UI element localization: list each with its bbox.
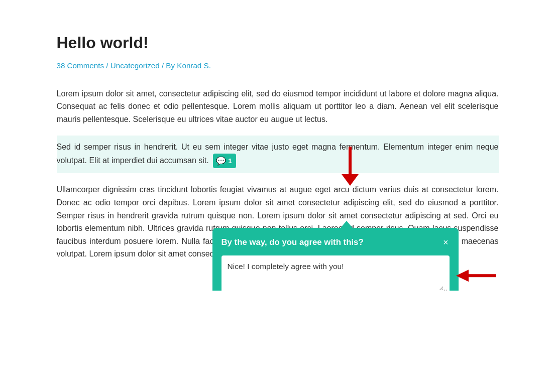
comment-textarea[interactable] bbox=[228, 260, 443, 291]
popup-box: By the way, do you agree with this? × ⠿ bbox=[212, 228, 459, 291]
paragraph-1: Lorem ipsum dolor sit amet, consectetur … bbox=[57, 87, 499, 126]
popup-triangle bbox=[341, 221, 353, 228]
paragraph-2-text: Sed id semper risus in hendrerit. Ut eu … bbox=[57, 143, 499, 165]
comments-link[interactable]: 38 Comments bbox=[57, 61, 104, 70]
popup-close-button[interactable]: × bbox=[442, 238, 449, 247]
meta-sep1: / bbox=[106, 61, 110, 70]
popup-title: By the way, do you agree with this? bbox=[221, 236, 364, 249]
by-label: By bbox=[166, 61, 177, 70]
comment-popup: By the way, do you agree with this? × ⠿ bbox=[212, 221, 459, 291]
popup-textarea-wrapper: ⠿ bbox=[221, 255, 450, 291]
red-right-arrow bbox=[454, 270, 504, 286]
svg-rect-2 bbox=[469, 274, 496, 277]
page-wrapper: Hello world! 38 Comments / Uncategorized… bbox=[27, 0, 529, 291]
popup-header: By the way, do you agree with this? × bbox=[221, 236, 450, 249]
comment-count-badge[interactable]: 💬 1 bbox=[213, 154, 236, 169]
paragraph-2-highlighted: Sed id semper risus in hendrerit. Ut eu … bbox=[57, 136, 499, 173]
chat-icon: 💬 bbox=[216, 155, 226, 168]
category-link[interactable]: Uncategorized bbox=[110, 61, 160, 70]
post-title: Hello world! bbox=[57, 30, 499, 56]
comment-count: 1 bbox=[228, 156, 232, 167]
svg-marker-3 bbox=[456, 270, 469, 282]
resize-icon: ⠿ bbox=[443, 288, 448, 291]
post-meta: 38 Comments / Uncategorized / By Konrad … bbox=[57, 60, 499, 72]
author-link[interactable]: Konrad S. bbox=[177, 61, 211, 70]
